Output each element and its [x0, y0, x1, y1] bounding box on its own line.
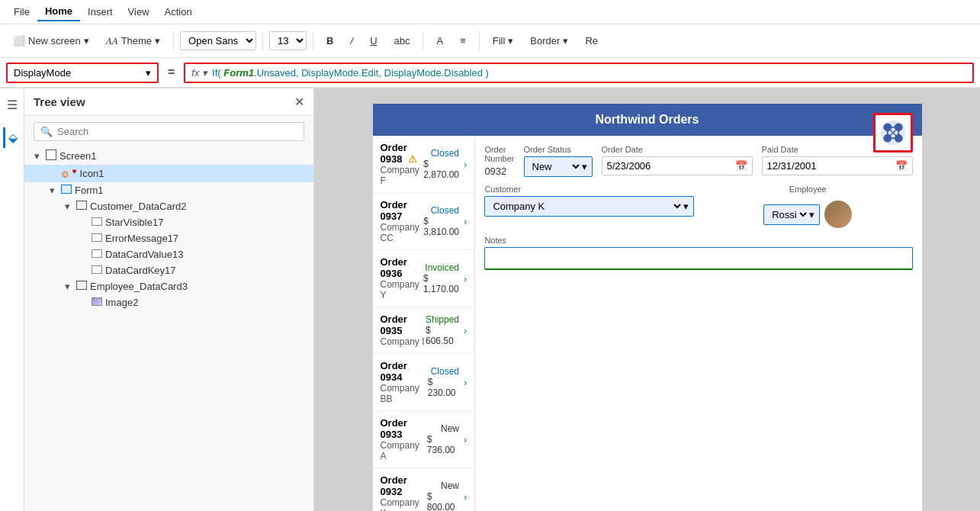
tree-item-datacardkey17[interactable]: DataCardKey17 [24, 262, 313, 278]
formula-fx-button[interactable]: fx ▾ [191, 67, 207, 79]
tree-item-customer-datacard2[interactable]: ▾ Customer_DataCard2 [24, 198, 313, 214]
hamburger-menu-icon[interactable]: ☰ [4, 95, 21, 115]
icon1-icon: ⚙ ♥ [61, 167, 77, 180]
font-family-select[interactable]: Open Sans [180, 31, 256, 50]
paid-date-container[interactable]: 📅 [762, 156, 913, 175]
font-color-button[interactable]: A [429, 31, 450, 50]
border-button[interactable]: Border ▾ [523, 31, 575, 50]
screen-icon [46, 149, 56, 162]
formula-equals: = [168, 66, 175, 79]
theme-label: Theme [121, 35, 152, 47]
menu-action[interactable]: Action [157, 3, 200, 21]
tree-content: ▾ Screen1 ⚙ ♥ Icon1 ▾ Form1 [24, 147, 313, 511]
order-num-0936: Order 0936 [381, 256, 423, 279]
order-right-0938: Closed $ 2,870.00 [423, 148, 459, 180]
app-preview: Northwind Orders Order 0938 ⚠ Company F … [373, 104, 922, 511]
align-button[interactable]: ≡ [453, 31, 473, 50]
tree-close-button[interactable]: ✕ [294, 95, 304, 109]
order-num-0935: Order 0935 [381, 313, 426, 336]
strikethrough-button[interactable]: abc [387, 31, 417, 50]
search-input[interactable] [57, 126, 297, 137]
order-chevron-0938: › [464, 159, 467, 170]
new-screen-chevron-icon: ▾ [84, 35, 89, 47]
order-row-0932[interactable]: Order 0932 Company K New $ 800.00 › [373, 468, 475, 511]
layers-icon[interactable]: ⬙ [3, 127, 21, 148]
customer-datacard2-icon [76, 201, 87, 212]
tree-item-form1[interactable]: ▾ Form1 [24, 182, 313, 198]
order-right-0935: Shipped $ 606.50 [426, 314, 459, 346]
bold-button[interactable]: B [320, 31, 340, 50]
menu-view[interactable]: View [120, 3, 157, 21]
order-number-label: Order Number [484, 145, 514, 163]
icon1-overlay[interactable] [873, 113, 913, 153]
customer-select[interactable]: Company K [490, 200, 683, 213]
order-status-0937: Closed [431, 205, 459, 216]
employee-select-container[interactable]: Rossi ▾ [763, 204, 820, 225]
tree-item-icon1[interactable]: ⚙ ♥ Icon1 [24, 165, 313, 182]
order-company-0936: Company Y [381, 279, 423, 300]
canvas-area[interactable]: Northwind Orders Order 0938 ⚠ Company F … [314, 88, 980, 511]
order-row-0934[interactable]: Order 0934 Company BB Closed $ 230.00 › [373, 354, 475, 411]
theme-icon: 𝐴𝐴 [106, 35, 118, 47]
tree-item-employee-datacard3[interactable]: ▾ Employee_DataCard3 [24, 278, 313, 294]
order-row-0938[interactable]: Order 0938 ⚠ Company F Closed $ 2,870.00… [373, 136, 475, 193]
formula-text[interactable]: If( Form1.Unsaved, DisplayMode.Edit, Dis… [212, 67, 489, 79]
warning-icon-0938: ⚠ [408, 153, 417, 165]
image2-label: Image2 [105, 297, 307, 308]
employee-datacard3-chevron-icon: ▾ [61, 281, 73, 292]
employee-select[interactable]: Rossi [769, 208, 809, 221]
employee-label: Employee [789, 185, 827, 194]
formula-bar: DisplayMode ▾ = fx ▾ If( Form1.Unsaved, … [0, 58, 980, 88]
formula-name-value: DisplayMode [14, 67, 71, 79]
order-row-0933[interactable]: Order 0933 Company A New $ 736.00 › [373, 411, 475, 468]
font-size-select[interactable]: 13 [269, 31, 307, 50]
order-row-0937[interactable]: Order 0937 Company CC Closed $ 3,810.00 … [373, 193, 475, 250]
order-row-0936[interactable]: Order 0936 Company Y Invoiced $ 1,170.00… [373, 250, 475, 307]
form1-chevron-icon: ▾ [46, 185, 58, 196]
underline-button[interactable]: U [363, 31, 384, 50]
fill-button[interactable]: Fill ▾ [486, 31, 521, 50]
sidebar-toggle: ☰ ⬙ [0, 88, 24, 511]
theme-button[interactable]: 𝐴𝐴 Theme ▾ [99, 31, 167, 51]
order-status-select-container[interactable]: New Closed Invoiced Shipped ▾ [524, 156, 593, 177]
tree-item-screen1[interactable]: ▾ Screen1 [24, 147, 313, 165]
tree-item-starvisible17[interactable]: StarVisible17 [24, 214, 313, 230]
order-date-container[interactable]: 📅 [602, 156, 753, 175]
tree-panel: Tree view ✕ 🔍 ▾ Screen1 ⚙ ♥ [24, 88, 314, 511]
reorder-button[interactable]: Re [578, 31, 605, 50]
search-icon: 🔍 [40, 126, 53, 137]
menu-insert[interactable]: Insert [80, 3, 120, 21]
formula-name-box[interactable]: DisplayMode ▾ [6, 63, 159, 83]
order-status-field: Order Status New Closed Invoiced Shipped… [524, 145, 593, 177]
form1-label: Form1 [75, 185, 307, 196]
customer-select-container[interactable]: Company K ▾ [484, 196, 694, 217]
order-status-label: Order Status [524, 145, 593, 154]
customer-label: Customer [484, 185, 694, 194]
new-screen-button[interactable]: ⬜ New screen ▾ [6, 31, 96, 50]
fill-chevron-icon: ▾ [508, 35, 513, 47]
order-row-0935[interactable]: Order 0935 Company I Shipped $ 606.50 › [373, 307, 475, 354]
toolbar-separator-3 [313, 32, 313, 50]
tree-item-image2[interactable]: Image2 [24, 294, 313, 310]
notes-input[interactable] [484, 247, 912, 270]
paid-date-calendar-icon[interactable]: 📅 [895, 160, 908, 172]
order-status-0938: Closed [431, 148, 459, 159]
order-amount-0935: $ 606.50 [426, 325, 459, 346]
tree-item-errormessage17[interactable]: ErrorMessage17 [24, 230, 313, 246]
image2-icon [92, 297, 102, 308]
order-date-calendar-icon[interactable]: 📅 [735, 160, 747, 172]
tree-item-datacardvalue13[interactable]: DataCardValue13 [24, 246, 313, 262]
detail-row-2: Customer Company K ▾ Employee [484, 185, 912, 228]
order-date-input[interactable] [607, 160, 735, 172]
order-status-select[interactable]: New Closed Invoiced Shipped [529, 160, 582, 173]
customer-field: Customer Company K ▾ [484, 185, 694, 228]
paid-date-input[interactable] [767, 160, 895, 172]
toolbar-separator-1 [173, 32, 174, 50]
italic-button[interactable]: / [344, 31, 361, 50]
new-screen-label: New screen [28, 35, 81, 47]
order-company-0934: Company BB [381, 383, 428, 404]
toolbar: ⬜ New screen ▾ 𝐴𝐴 Theme ▾ Open Sans 13 B… [0, 24, 980, 58]
menu-home[interactable]: Home [37, 2, 80, 21]
datacardvalue13-label: DataCardValue13 [105, 249, 307, 260]
menu-file[interactable]: File [6, 3, 37, 21]
